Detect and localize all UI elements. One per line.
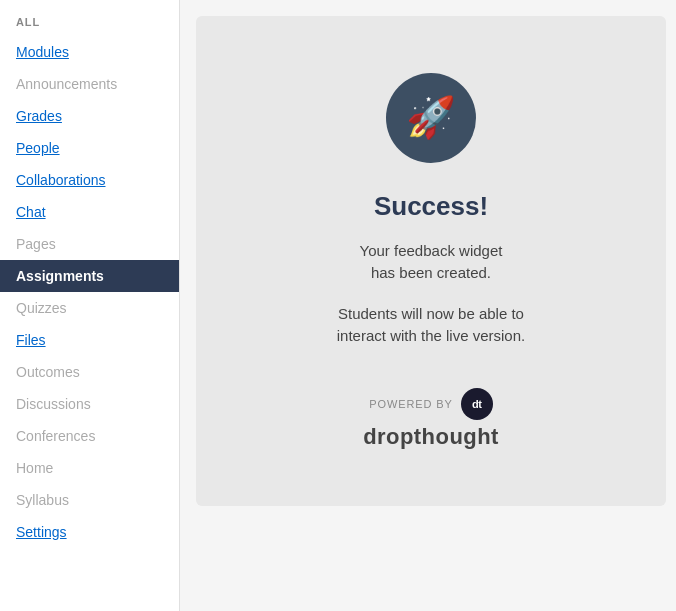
powered-by-section: POWERED BY dt dropthought [363,388,499,450]
dt-logo: dt [461,388,493,420]
success-body: Students will now be able tointeract wit… [337,303,525,348]
rocket-icon: 🚀 [386,73,476,163]
sidebar-item-assignments[interactable]: Assignments [0,260,179,292]
sidebar-item-quizzes[interactable]: Quizzes [0,292,179,324]
sidebar-item-modules[interactable]: Modules [0,36,179,68]
sidebar-item-files[interactable]: Files [0,324,179,356]
powered-by-text: POWERED BY [369,398,452,410]
success-subtitle: Your feedback widgethas been created. [360,240,503,285]
sidebar: All ModulesAnnouncementsGradesPeopleColl… [0,0,180,611]
sidebar-item-home[interactable]: Home [0,452,179,484]
sidebar-item-chat[interactable]: Chat [0,196,179,228]
sidebar-item-pages[interactable]: Pages [0,228,179,260]
success-title: Success! [374,191,488,222]
sidebar-item-people[interactable]: People [0,132,179,164]
sidebar-item-settings[interactable]: Settings [0,516,179,548]
sidebar-item-conferences[interactable]: Conferences [0,420,179,452]
sidebar-item-collaborations[interactable]: Collaborations [0,164,179,196]
main-content: 🚀 Success! Your feedback widgethas been … [180,0,676,611]
sidebar-item-outcomes[interactable]: Outcomes [0,356,179,388]
sidebar-section-label: All [0,16,179,36]
sidebar-item-syllabus[interactable]: Syllabus [0,484,179,516]
brand-name: dropthought [363,424,499,450]
sidebar-item-grades[interactable]: Grades [0,100,179,132]
powered-by-row: POWERED BY dt [369,388,492,420]
success-card: 🚀 Success! Your feedback widgethas been … [196,16,666,506]
sidebar-item-announcements[interactable]: Announcements [0,68,179,100]
sidebar-item-discussions[interactable]: Discussions [0,388,179,420]
